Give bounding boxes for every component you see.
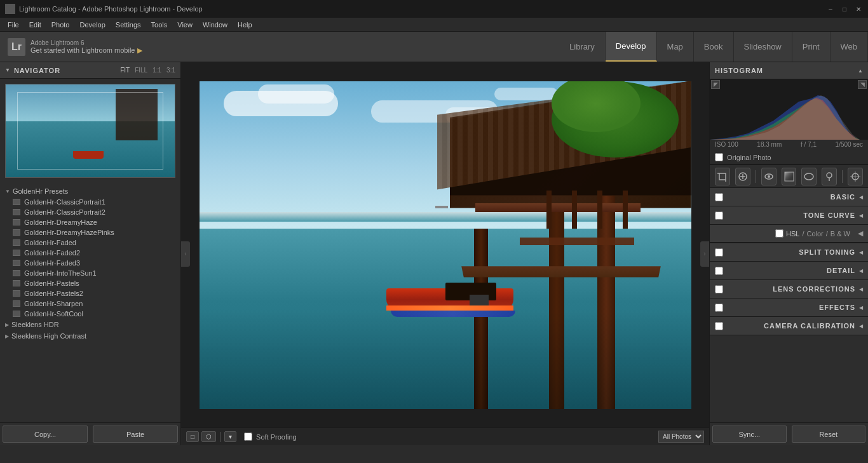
module-develop[interactable]: Develop [606,32,657,62]
menu-settings[interactable]: Settings [111,21,146,29]
preset-item[interactable]: GoldenHr-Sharpen [0,299,180,309]
histogram-header[interactable]: Histogram ▲ [710,62,868,79]
preset-item[interactable]: GoldenHr-Pastels2 [0,288,180,299]
menu-help[interactable]: Help [233,21,257,29]
menu-develop[interactable]: Develop [74,21,110,29]
module-book[interactable]: Book [694,32,734,62]
bw-label[interactable]: B & W [831,230,850,238]
preset-group-goldenhr: ▼ GoldenHr Presets GoldenHr-ClassicPortr… [0,185,180,319]
minimize-button[interactable]: – [826,4,835,13]
image-view [181,62,709,427]
preset-item[interactable]: GoldenHr-Faded [0,238,180,248]
original-photo-checkbox[interactable] [715,153,723,161]
nav-size-fit[interactable]: FIT [120,67,130,74]
gradient-tool[interactable] [782,168,797,185]
histogram-highlight-clip[interactable]: ◥ [858,80,867,89]
panel-lens-corrections-enable[interactable] [715,285,723,293]
histogram-shadow-clip[interactable]: ◤ [711,80,720,89]
panel-detail-enable[interactable] [715,267,723,275]
preset-item[interactable]: GoldenHr-ClassicPortrait1 [0,197,180,207]
module-slideshow[interactable]: Slideshow [734,32,792,62]
crop-tool[interactable] [715,168,730,185]
preset-group-goldenhr-header[interactable]: ▼ GoldenHr Presets [0,185,180,197]
module-library[interactable]: Library [559,32,606,62]
panel-detail-tri: ◀ [859,268,863,274]
maximize-button[interactable]: □ [840,4,849,13]
preset-group-sleeklens-hc-header[interactable]: ▶ Sleeklens High Contrast [0,330,180,342]
hist-shutter: 1/500 sec [836,141,863,148]
panel-tone-curve-tri: ◀ [859,213,863,218]
filmstrip-view-btn[interactable]: □ [186,431,199,442]
panel-effects-header[interactable]: Effects ◀ [710,299,868,316]
nav-size-3to1[interactable]: 3:1 [166,67,175,74]
reset-button[interactable]: Reset [792,426,866,443]
right-panel-collapse[interactable]: › [700,241,709,267]
panel-hsl-enable[interactable] [775,229,783,238]
target-tool[interactable] [848,168,863,185]
preset-item[interactable]: GoldenHr-SoftCool [0,309,180,319]
histogram-canvas: ◤ ◥ [710,79,868,140]
soft-proofing-checkbox[interactable] [244,433,252,441]
window-controls[interactable]: – □ ✕ [826,4,863,13]
filmstrip-dropdown-btn[interactable]: ▾ [224,431,236,442]
panel-camera-calibration-enable[interactable] [715,322,723,330]
menu-view[interactable]: View [172,21,198,29]
menu-edit[interactable]: Edit [24,21,46,29]
preset-item[interactable]: GoldenHr-DreamyHaze [0,217,180,227]
redeye-tool[interactable] [761,168,776,185]
panel-effects-enable[interactable] [715,304,723,312]
color-label[interactable]: Color [806,230,823,238]
panel-detail-header[interactable]: Detail ◀ [710,262,868,279]
menu-tools[interactable]: Tools [146,21,173,29]
nav-size-fill[interactable]: FILL [135,67,147,74]
sync-button[interactable]: Sync... [712,426,787,443]
panel-lens-corrections-header[interactable]: Lens Corrections ◀ [710,280,868,298]
nav-preview [0,79,180,183]
copy-button[interactable]: Copy... [3,426,88,443]
radial-tool[interactable] [801,168,817,185]
filmstrip-flag-btn[interactable]: ⬡ [201,431,216,442]
module-print[interactable]: Print [792,32,831,62]
navigator-triangle: ▼ [5,67,10,73]
original-photo-label: Original Photo [727,154,771,161]
panel-basic-header[interactable]: Basic ◀ [710,188,868,206]
heal-tool[interactable] [735,168,750,185]
right-bottom-buttons: Sync... Reset [710,422,868,445]
nav-size-1to1[interactable]: 1:1 [153,67,161,74]
panel-tone-curve-enable[interactable] [715,211,723,220]
panel-basic-enable[interactable] [715,193,723,201]
filmstrip: □ ⬡ ▾ Soft Proofing All Photos [181,427,709,445]
panel-detail: Detail ◀ [710,262,868,280]
preset-item[interactable]: GoldenHr-Faded3 [0,258,180,268]
panel-split-toning-enable[interactable] [715,248,723,257]
panel-lens-corrections: Lens Corrections ◀ [710,280,868,299]
panel-basic-tri: ◀ [859,194,863,200]
lr-logo: Lr Adobe Lightroom 6 Get started with Li… [0,38,150,56]
preset-item[interactable]: GoldenHr-Pastels [0,278,180,288]
menu-bar: File Edit Photo Develop Settings Tools V… [0,18,868,32]
app-version: Adobe Lightroom 6 [31,39,142,46]
menu-window[interactable]: Window [198,21,233,29]
hsl-label[interactable]: HSL [786,230,799,238]
preset-item[interactable]: GoldenHr-Faded2 [0,248,180,258]
menu-file[interactable]: File [3,21,24,29]
brush-tool[interactable] [822,168,837,185]
panel-split-toning-header[interactable]: Split Toning ◀ [710,243,868,261]
preset-group-sleeklens-hdr-header[interactable]: ▶ Sleeklens HDR [0,319,180,330]
module-map[interactable]: Map [657,32,694,62]
paste-button[interactable]: Paste [93,426,178,443]
module-web[interactable]: Web [831,32,869,62]
filmstrip-filter-select[interactable]: All Photos [658,431,704,443]
histogram-collapse[interactable]: ▲ [858,68,863,74]
menu-photo[interactable]: Photo [46,21,75,29]
panel-detail-title: Detail [727,267,855,274]
left-panel-collapse[interactable]: ‹ [181,241,190,267]
panel-camera-calibration-header[interactable]: Camera Calibration ◀ [710,317,868,335]
preset-item[interactable]: GoldenHr-DreamyHazePinks [0,227,180,238]
hist-aperture: f / 7,1 [801,141,817,148]
close-button[interactable]: ✕ [854,4,863,13]
preset-item[interactable]: GoldenHr-ClassicPortrait2 [0,207,180,217]
navigator-header[interactable]: ▼ Navigator FIT FILL 1:1 3:1 [0,62,180,79]
preset-item[interactable]: GoldenHr-IntoTheSun1 [0,268,180,278]
panel-tone-curve-header[interactable]: Tone Curve ◀ [710,206,868,224]
